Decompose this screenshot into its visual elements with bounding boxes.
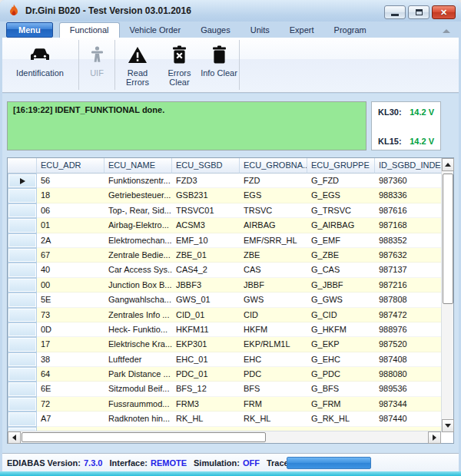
tab-functional[interactable]: Functional (59, 22, 120, 38)
table-cell: 987472 (375, 308, 441, 322)
status-field-label: EDIABAS Version: (7, 458, 81, 468)
table-row[interactable]: 2AElektromechan...EMF_10EMF/SRR_HLG_EMF9… (8, 233, 441, 248)
identification-button[interactable]: Identification (2, 38, 78, 92)
table-cell: G_BFS (307, 382, 375, 396)
table-cell: Radknoten hin... (104, 412, 172, 426)
table-row[interactable]: A7Radknoten hin...RK_HLRK_HLG_RK_HL98744… (8, 412, 441, 426)
scroll-right-button[interactable] (428, 431, 441, 444)
status-field-label: Simulation: (194, 458, 240, 468)
row-selector[interactable] (8, 397, 37, 412)
title-bar[interactable]: Dr.Gini B020 - Test Version 03.01.2016 ✕ (0, 0, 461, 21)
row-selector[interactable] (8, 367, 37, 382)
column-header[interactable]: ECU_ADR (37, 158, 104, 174)
table-cell: 987520 (375, 337, 441, 352)
errors-clear-button[interactable]: Errors Clear (159, 38, 200, 92)
kl15-value: 14.2 V (410, 137, 434, 146)
minimize-button[interactable] (384, 5, 406, 19)
row-selector[interactable] (8, 203, 37, 218)
table-row[interactable]: 72Fussraummod...FRM3FRMG_FRM987344 (8, 397, 441, 412)
tab-gauges[interactable]: Gauges (191, 22, 240, 38)
row-selector[interactable] (8, 174, 37, 188)
row-selector[interactable] (8, 293, 37, 307)
table-cell: 987408 (375, 352, 441, 367)
row-selector[interactable] (8, 233, 37, 248)
table-cell: FZD3 (172, 174, 240, 188)
maximize-button[interactable] (408, 5, 429, 19)
table-row[interactable]: 06Top-, Rear, Sid...TRSVC01TRSVCG_TRSVC9… (8, 203, 441, 218)
table-cell: BFS (240, 382, 307, 396)
table-cell: Zentrale Bedie... (104, 248, 172, 263)
table-row[interactable]: 0DHeck- Funktio...HKFM11HKFMG_HKFM988976 (8, 322, 441, 337)
table-cell: 00 (37, 278, 104, 293)
table-row[interactable]: 56Funktionszentr...FZD3FZDG_FZD987360 (8, 174, 441, 188)
column-header[interactable]: ID_SGBD_INDEX (375, 158, 443, 174)
table-row[interactable]: 67Zentrale Bedie...ZBE_01ZBEG_ZBE987632 (8, 248, 441, 263)
column-header[interactable]: ECU_SGBD (172, 158, 240, 174)
close-button[interactable]: ✕ (432, 5, 456, 19)
status-field-value: REMOTE (151, 458, 187, 468)
close-icon: ✕ (440, 8, 447, 17)
row-selector[interactable] (8, 337, 37, 352)
table-cell: 18 (37, 188, 104, 203)
table-cell: G_EHC (307, 352, 375, 367)
table-cell: 17 (37, 337, 104, 352)
row-selector[interactable] (8, 322, 37, 337)
row-selector[interactable] (8, 412, 37, 426)
row-selector[interactable] (8, 218, 37, 233)
table-row[interactable]: 64Park Distance ...PDC_01PDCG_PDC988080 (8, 367, 441, 382)
horizontal-scrollbar[interactable] (8, 431, 441, 443)
row-selector[interactable] (8, 263, 37, 277)
horizontal-scrollbar-thumb[interactable] (22, 432, 266, 442)
table-cell: 73 (37, 308, 104, 322)
table-row[interactable]: 73Zentrales Info ...CID_01CIDG_CID987472 (8, 308, 441, 322)
table-row[interactable]: 40Car Access Sys...CAS4_2CASG_CAS987137 (8, 263, 441, 277)
read-errors-button[interactable]: Read Errors (116, 38, 159, 92)
tab-program[interactable]: Program (324, 22, 376, 38)
row-selector[interactable] (8, 352, 37, 367)
vertical-scrollbar[interactable] (441, 158, 453, 432)
table-cell: Getriebesteuer... (104, 188, 172, 203)
table-row[interactable]: 17Elektrische Kra...EKP301EKP/RLM1LG_EKP… (8, 337, 441, 352)
row-selector[interactable] (8, 382, 37, 396)
row-selector[interactable] (8, 188, 37, 203)
vertical-scrollbar-thumb[interactable] (443, 174, 453, 304)
toolbar-separator (78, 40, 79, 90)
row-selector[interactable] (8, 278, 37, 293)
scroll-left-button[interactable] (8, 431, 21, 444)
table-cell: 988336 (375, 188, 441, 203)
table-cell: G_RK_HL (307, 412, 375, 426)
table-cell: 987632 (375, 248, 441, 263)
table-row[interactable]: 38LuftfederEHC_01EHCG_EHC987408 (8, 352, 441, 367)
info-clear-button[interactable]: Info Clear (200, 38, 238, 92)
scroll-down-button[interactable] (442, 419, 454, 432)
toolbar-button-label: Info Clear (201, 68, 237, 78)
tab-units[interactable]: Units (240, 22, 280, 38)
row-selector[interactable] (8, 308, 37, 322)
table-cell: 987440 (375, 412, 441, 426)
kl15-row: KL15: 14.2 V (378, 137, 434, 146)
scroll-up-button[interactable] (442, 158, 454, 171)
table-cell: TRSVC01 (172, 203, 240, 218)
tab-vehicle-order[interactable]: Vehicle Order (120, 22, 191, 38)
table-row[interactable]: 01Airbag-Elektro...ACSM3AIRBAGG_AIRBAG98… (8, 218, 441, 233)
table-cell: A7 (37, 412, 104, 426)
column-header[interactable]: ECU_NAME (104, 158, 172, 174)
ecu-table-header: ECU_ADRECU_NAMEECU_SGBDECU_GROBNA...ECU_… (8, 158, 441, 174)
column-header[interactable]: ECU_GROBNA... (240, 158, 307, 174)
status-field-label: Interface: (109, 458, 148, 468)
table-cell: EGS (240, 188, 307, 203)
table-row[interactable]: 18Getriebesteuer...GSB231EGSG_EGS988336 (8, 188, 441, 203)
table-cell: Top-, Rear, Sid... (104, 203, 172, 218)
row-selector[interactable] (8, 248, 37, 263)
table-row[interactable]: 00Junction Box B...JBBF3JBBFG_JBBF987216 (8, 278, 441, 293)
column-header[interactable]: ECU_GRUPPE (307, 158, 375, 174)
table-cell: EMF/SRR_HL (240, 233, 307, 248)
table-cell: 64 (37, 367, 104, 382)
ribbon-collapse-chevron-icon[interactable] (443, 29, 450, 33)
table-row[interactable]: 5EGangwahlscha...GWS_01GWSG_GWS987808 (8, 293, 441, 307)
table-row[interactable]: 6ESitzmodul Beif...BFS_12BFSG_BFS989536 (8, 382, 441, 396)
menu-button[interactable]: Menu (6, 22, 53, 38)
tab-expert[interactable]: Expert (280, 22, 324, 38)
toolbar-button-label: Identification (16, 68, 64, 78)
ribbon-toolbar: Identification UIF Read Erro (2, 38, 459, 93)
